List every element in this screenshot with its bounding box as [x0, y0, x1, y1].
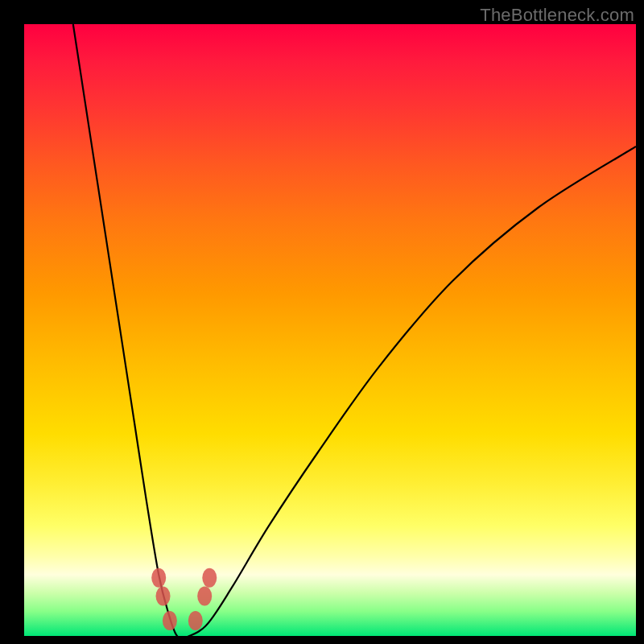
watermark-text: TheBottleneck.com: [480, 5, 634, 26]
curve-layer: [24, 24, 636, 636]
bottleneck-curve: [73, 24, 636, 636]
curve-marker: [151, 568, 166, 588]
curve-marker: [188, 611, 203, 630]
curve-markers: [151, 568, 217, 630]
curve-marker: [156, 587, 171, 606]
curve-marker: [163, 611, 177, 630]
curve-marker: [202, 568, 217, 588]
curve-marker: [197, 587, 212, 606]
